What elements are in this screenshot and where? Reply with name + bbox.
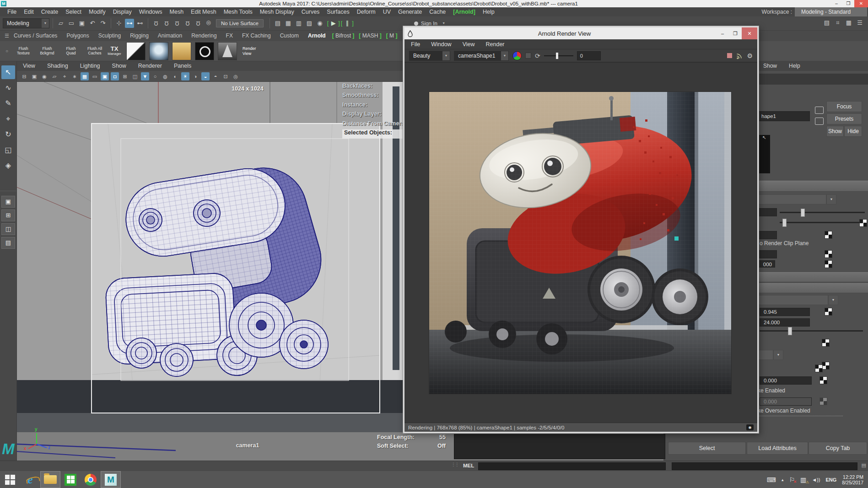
shelf-tab[interactable]: Animation	[158, 32, 182, 39]
maximize-button[interactable]: ❐	[842, 0, 854, 7]
script-editor-icon[interactable]: ▤	[862, 462, 866, 468]
arnold-menu-item[interactable]: View	[463, 41, 475, 48]
menu-item[interactable]: Generate	[394, 9, 426, 15]
shelf-menu-icon[interactable]: ☰	[0, 33, 14, 39]
textured-mode-icon[interactable]: ◐	[171, 72, 179, 80]
outliner-toggle-icon[interactable]: ▤	[822, 18, 831, 27]
grid-toggle-icon[interactable]: ▦	[81, 72, 89, 80]
shadows-icon[interactable]: ◑	[191, 72, 199, 80]
render-settings-icon[interactable]: ▨	[305, 19, 314, 28]
viewport-menu-item[interactable]: View	[23, 63, 35, 69]
open-scene-icon[interactable]: ▭	[67, 19, 76, 28]
menu-item[interactable]: Windows	[135, 9, 166, 15]
slider-handle[interactable]	[788, 327, 792, 335]
focus-button[interactable]: Focus	[826, 101, 862, 112]
use-all-lights-icon[interactable]: ☀	[181, 72, 189, 80]
menu-item[interactable]: Edit Mesh	[187, 9, 220, 15]
snap-point-icon[interactable]: Ω	[173, 19, 182, 28]
move-tool-icon[interactable]: ⌖	[1, 112, 15, 126]
viewport-menu-item[interactable]: Panels	[174, 63, 191, 69]
chevron-down-icon[interactable]: ▼	[828, 295, 838, 305]
rgb-channels-icon[interactable]	[512, 51, 522, 60]
attr-menu-item[interactable]: Show	[763, 63, 777, 69]
exposure-icon[interactable]: ◎	[232, 72, 240, 80]
command-input[interactable]	[478, 462, 666, 470]
live-surface-button[interactable]: No Live Surface	[216, 19, 264, 27]
shelf-button[interactable]: Flush Quad	[61, 47, 81, 55]
arnold-menu-item[interactable]: Render	[486, 41, 505, 48]
chevron-down-icon[interactable]: ▼	[773, 350, 783, 360]
snap-curve-icon[interactable]: Ω	[162, 19, 171, 28]
shelf-button[interactable]: Flush All Caches	[85, 47, 104, 55]
motion-blur-icon[interactable]: ◓	[211, 72, 220, 80]
paint-select-tool-icon[interactable]: ✎	[1, 97, 15, 110]
layout-single-pane-icon[interactable]: ▣	[1, 196, 15, 208]
exposure-slider[interactable]	[544, 55, 573, 56]
menu-item[interactable]: Display	[109, 9, 135, 15]
angle-of-view-slider[interactable]	[780, 212, 865, 213]
shaded-mode-icon[interactable]: ◍	[161, 72, 169, 80]
layout-outliner-icon[interactable]: ▤	[1, 237, 15, 249]
menu-item[interactable]: Create	[38, 9, 62, 15]
tx-manager-button[interactable]: TX Manager	[104, 46, 124, 56]
copy-tab-button[interactable]: Copy Tab	[809, 442, 867, 455]
viewport-menu-item[interactable]: Shading	[47, 63, 68, 69]
shelf-tab[interactable]: Rendering	[191, 32, 216, 39]
redo-icon[interactable]: ↷	[98, 19, 108, 28]
shelf-tab[interactable]: Sculpting	[98, 32, 121, 39]
network-icon[interactable]: ⌨▥⚠	[800, 476, 806, 483]
texture-map-button[interactable]	[822, 339, 830, 347]
save-scene-icon[interactable]: ▣	[77, 19, 86, 28]
camera-dropdown[interactable]: cameraShape1 ▼	[454, 51, 509, 61]
camera-swatch[interactable]: ↖	[759, 135, 770, 173]
near-clip-field[interactable]	[759, 250, 777, 258]
viewport-menu-item[interactable]: Lighting	[80, 63, 100, 69]
texture-map-button[interactable]	[825, 308, 832, 316]
skydome-light-shelf-icon[interactable]	[149, 42, 168, 60]
fit-resolution-dropdown[interactable]	[759, 295, 828, 305]
start-button[interactable]	[0, 471, 20, 488]
slider-handle[interactable]	[556, 53, 558, 59]
file-explorer-icon[interactable]	[40, 471, 60, 488]
shelf-tab[interactable]: Custom	[280, 32, 299, 39]
menu-item[interactable]: Edit	[20, 9, 38, 15]
tray-expand-icon[interactable]: ▴	[782, 477, 784, 482]
texture-map-button[interactable]	[859, 219, 867, 227]
new-scene-icon[interactable]: ▱	[56, 19, 65, 28]
2d-pan-zoom-icon[interactable]: ⌖	[60, 72, 69, 80]
alpha-checkbox[interactable]	[525, 53, 531, 59]
select-mask-component-icon[interactable]: ⊷	[135, 19, 145, 28]
snap-view-plane-icon[interactable]: Ω	[194, 19, 203, 28]
touch-keyboard-icon[interactable]: ⌨	[767, 476, 776, 483]
ui-toggle-icon[interactable]: ☰	[855, 18, 864, 27]
focus-region-slider[interactable]	[760, 330, 863, 332]
volume-icon[interactable]: ◄))	[812, 477, 820, 483]
menu-item[interactable]: Mesh Tools	[220, 9, 256, 15]
menu-item[interactable]: UV	[379, 9, 394, 15]
viewport-menu-item[interactable]: Renderer	[138, 63, 162, 69]
update-render-icon[interactable]: ⟳	[535, 52, 540, 59]
resolution-gate-icon[interactable]: ▣	[101, 72, 109, 80]
menu-item[interactable]: Surfaces	[323, 9, 353, 15]
wireframe-mode-icon[interactable]: ○	[151, 72, 159, 80]
arnold-menu-item[interactable]: Window	[431, 41, 451, 48]
viewport-menu-item[interactable]: Show	[112, 63, 126, 69]
menu-item[interactable]: Select	[62, 9, 85, 15]
arnold-render-view-window[interactable]: Arnold Render View – ❐ ✕ FileWindowViewR…	[403, 26, 759, 433]
transform-gizmo-icon[interactable]: ◈	[1, 159, 15, 172]
physical-sky-shelf-icon[interactable]	[172, 42, 191, 60]
camera-scale-field[interactable]	[759, 231, 777, 239]
exposure-field[interactable]: 0	[577, 51, 601, 60]
shelf-button[interactable]: Flush Bckgrnd	[38, 47, 57, 55]
menu-item[interactable]: Help	[479, 9, 498, 15]
menu-item[interactable]: Mesh	[166, 9, 188, 15]
lasso-tool-icon[interactable]: ∿	[1, 81, 15, 95]
attr-menu-item[interactable]: Help	[789, 63, 800, 69]
shutter-offset-field[interactable]: 0.000	[760, 376, 812, 385]
make-live-icon[interactable]: ◎	[204, 19, 213, 28]
viewport-camera-icon[interactable]: ⊟	[20, 72, 28, 80]
render-sequence-icon[interactable]: ▥	[294, 19, 303, 28]
action-center-icon[interactable]: ⚐✕	[789, 476, 795, 483]
layout-four-pane-icon[interactable]: ⊞	[1, 209, 15, 221]
shelf-tab[interactable]: MASH	[359, 32, 381, 39]
